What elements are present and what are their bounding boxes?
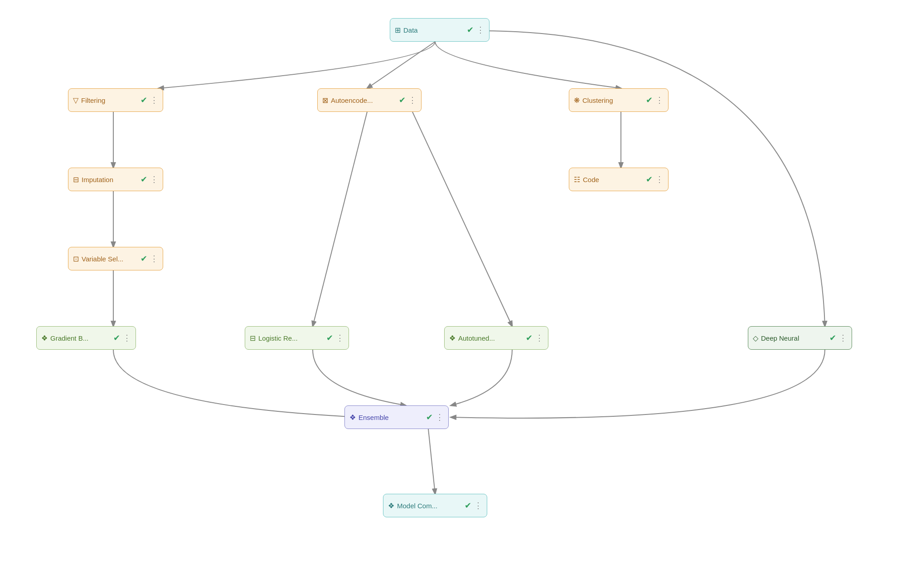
node-clustering-check: ✔: [646, 95, 653, 105]
node-ensemble-label: Ensemble: [359, 414, 423, 421]
model-com-icon: ❖: [388, 501, 394, 510]
node-code-label: Code: [583, 176, 643, 183]
node-variable-sel[interactable]: ⊡ Variable Sel... ✔ ⋮: [68, 247, 163, 270]
node-filtering-check: ✔: [141, 95, 147, 105]
node-imputation-menu[interactable]: ⋮: [150, 174, 158, 184]
node-filtering-menu[interactable]: ⋮: [150, 95, 158, 105]
node-deep-neural[interactable]: ◇ Deep Neural ✔ ⋮: [748, 326, 852, 350]
node-logistic-re[interactable]: ⊟ Logistic Re... ✔ ⋮: [245, 326, 349, 350]
node-filtering-label: Filtering: [81, 96, 138, 104]
node-variable-sel-label: Variable Sel...: [82, 255, 138, 263]
data-icon: ⊞: [395, 26, 401, 34]
node-autoencoder[interactable]: ⊠ Autoencode... ✔ ⋮: [317, 88, 422, 112]
node-deep-neural-menu[interactable]: ⋮: [839, 333, 847, 343]
node-model-com-menu[interactable]: ⋮: [474, 501, 482, 511]
node-logistic-re-check: ✔: [326, 333, 333, 343]
node-clustering[interactable]: ❋ Clustering ✔ ⋮: [569, 88, 669, 112]
node-gradient-b-menu[interactable]: ⋮: [123, 333, 131, 343]
node-logistic-re-label: Logistic Re...: [258, 334, 324, 342]
node-deep-neural-label: Deep Neural: [761, 334, 827, 342]
node-deep-neural-check: ✔: [829, 333, 836, 343]
node-ensemble-check: ✔: [426, 412, 433, 422]
node-model-com[interactable]: ❖ Model Com... ✔ ⋮: [383, 494, 487, 517]
node-ensemble-menu[interactable]: ⋮: [436, 412, 444, 422]
node-variable-sel-check: ✔: [141, 254, 147, 264]
node-clustering-menu[interactable]: ⋮: [655, 95, 664, 105]
node-variable-sel-menu[interactable]: ⋮: [150, 254, 158, 264]
deep-neural-icon: ◇: [753, 334, 758, 342]
node-data-label: Data: [403, 26, 464, 34]
node-gradient-b-check: ✔: [113, 333, 120, 343]
node-autoencoder-label: Autoencode...: [331, 96, 396, 104]
imputation-icon: ⊟: [73, 175, 79, 184]
clustering-icon: ❋: [574, 96, 580, 105]
node-code[interactable]: ☷ Code ✔ ⋮: [569, 168, 669, 191]
node-data-check: ✔: [467, 25, 474, 35]
node-autoencoder-check: ✔: [399, 95, 406, 105]
node-data-menu[interactable]: ⋮: [476, 25, 485, 35]
filtering-icon: ▽: [73, 96, 78, 105]
node-model-com-label: Model Com...: [397, 502, 462, 510]
autotuned-icon: ❖: [449, 334, 456, 342]
autoencoder-icon: ⊠: [322, 96, 328, 105]
code-icon: ☷: [574, 175, 580, 184]
node-autotuned-menu[interactable]: ⋮: [535, 333, 543, 343]
pipeline-canvas: ⊞ Data ✔ ⋮ ▽ Filtering ✔ ⋮ ⊠ Autoencode.…: [0, 0, 911, 588]
ensemble-icon: ❖: [349, 413, 356, 422]
node-imputation-label: Imputation: [82, 176, 138, 183]
node-imputation[interactable]: ⊟ Imputation ✔ ⋮: [68, 168, 163, 191]
node-filtering[interactable]: ▽ Filtering ✔ ⋮: [68, 88, 163, 112]
node-imputation-check: ✔: [141, 174, 147, 184]
variable-sel-icon: ⊡: [73, 255, 79, 263]
node-ensemble[interactable]: ❖ Ensemble ✔ ⋮: [344, 405, 449, 429]
node-code-check: ✔: [646, 174, 653, 184]
node-autoencoder-menu[interactable]: ⋮: [408, 95, 417, 105]
node-autotuned-check: ✔: [526, 333, 533, 343]
node-gradient-b[interactable]: ❖ Gradient B... ✔ ⋮: [36, 326, 136, 350]
gradient-b-icon: ❖: [41, 334, 48, 342]
node-logistic-re-menu[interactable]: ⋮: [336, 333, 344, 343]
node-gradient-b-label: Gradient B...: [50, 334, 111, 342]
logistic-re-icon: ⊟: [250, 334, 256, 342]
node-model-com-check: ✔: [465, 501, 471, 511]
node-clustering-label: Clustering: [582, 96, 643, 104]
node-data[interactable]: ⊞ Data ✔ ⋮: [390, 18, 489, 42]
node-autotuned[interactable]: ❖ Autotuned... ✔ ⋮: [444, 326, 548, 350]
node-autotuned-label: Autotuned...: [458, 334, 523, 342]
node-code-menu[interactable]: ⋮: [655, 174, 664, 184]
